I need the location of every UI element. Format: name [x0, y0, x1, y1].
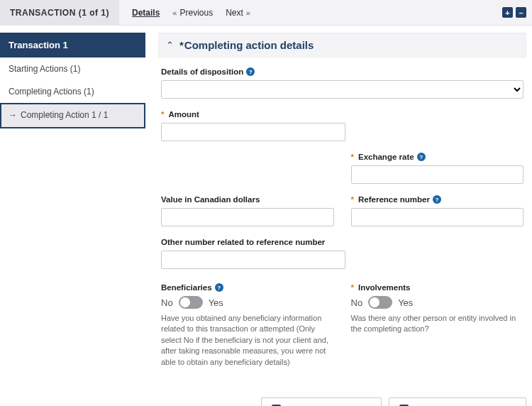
previous-link[interactable]: «Previous — [172, 8, 213, 18]
involvements-toggle[interactable] — [368, 296, 392, 309]
beneficiaries-label: Beneficiaries — [161, 283, 212, 292]
chevron-right-icon: » — [246, 9, 250, 17]
beneficiaries-helper: Have you obtained any beneficiary inform… — [161, 313, 334, 368]
reference-number-input[interactable] — [351, 208, 524, 226]
other-number-input[interactable] — [161, 251, 345, 269]
sidebar-item-completing-actions[interactable]: Completing Actions (1) — [0, 80, 145, 103]
remove-completing-action-button[interactable]: ×Remove Completing Action — [389, 397, 526, 406]
disposition-label: Details of disposition — [161, 67, 243, 76]
sidebar-item-completing-action-1[interactable]: → Completing Action 1 / 1 — [0, 103, 145, 128]
section-title: *Completing action details — [179, 39, 314, 51]
involvements-label: Involvements — [358, 283, 411, 292]
toggle-no-label: No — [351, 297, 363, 308]
exchange-rate-label: Exchange rate — [358, 153, 414, 161]
help-icon[interactable]: ? — [417, 153, 426, 161]
help-icon[interactable]: ? — [433, 195, 441, 204]
disposition-select[interactable] — [161, 80, 523, 99]
arrow-right-icon: → — [9, 110, 17, 121]
exchange-rate-input[interactable] — [351, 165, 524, 184]
other-number-label: Other number related to reference number — [161, 238, 325, 246]
add-completing-action-button[interactable]: +Add Completing Action — [261, 397, 382, 406]
help-icon[interactable]: ? — [215, 283, 223, 292]
involvements-helper: Was there any other person or entity inv… — [351, 313, 524, 335]
sidebar-item-label: Completing Action 1 / 1 — [21, 110, 108, 121]
toggle-yes-label: Yes — [398, 297, 413, 308]
collapse-icon[interactable]: – — [516, 7, 526, 18]
beneficiaries-toggle[interactable] — [179, 296, 203, 309]
collapse-section-icon[interactable]: ⌃ — [166, 40, 174, 50]
sidebar-transaction-header[interactable]: Transaction 1 — [0, 33, 145, 57]
sidebar-item-starting-actions[interactable]: Starting Actions (1) — [0, 57, 145, 80]
help-icon[interactable]: ? — [246, 67, 255, 76]
details-link[interactable]: Details — [132, 8, 160, 18]
expand-icon[interactable]: + — [502, 7, 513, 18]
chevron-left-icon: « — [172, 9, 177, 17]
toggle-yes-label: Yes — [209, 297, 223, 308]
transaction-counter: TRANSACTION (1 of 1) — [0, 0, 119, 26]
next-link[interactable]: Next» — [226, 8, 250, 18]
toggle-no-label: No — [161, 297, 173, 308]
reference-number-label: Reference number — [358, 195, 430, 204]
cad-value-label: Value in Canadian dollars — [161, 195, 260, 204]
amount-input[interactable] — [161, 123, 345, 141]
amount-label: Amount — [168, 110, 199, 119]
cad-value-input[interactable] — [161, 208, 334, 226]
